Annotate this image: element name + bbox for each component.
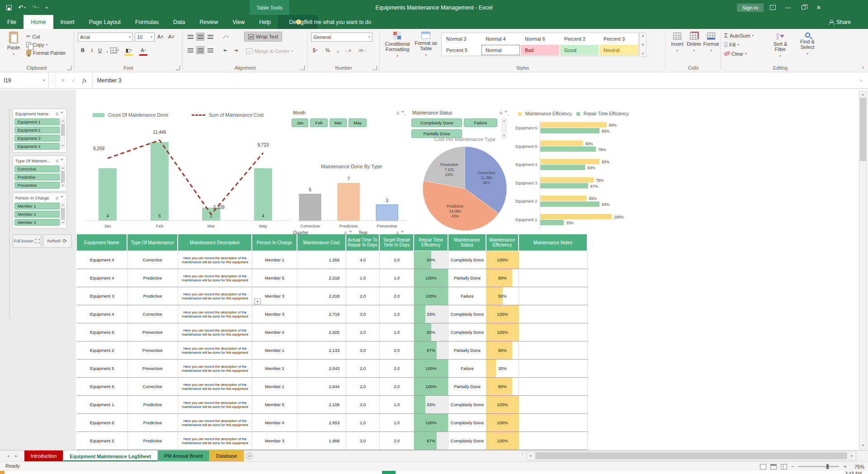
cell-notes[interactable] — [519, 378, 588, 396]
scrollbar-thumb[interactable] — [61, 171, 65, 183]
cell-target-time[interactable]: 2.0 — [380, 287, 414, 305]
cell-equipment[interactable]: Equipment 3 — [77, 287, 127, 305]
cell-style-good[interactable]: Good — [560, 45, 599, 55]
cut-button[interactable]: ✂Cut — [26, 33, 40, 40]
tab-data[interactable]: Data — [166, 15, 192, 29]
align-center-icon[interactable] — [196, 46, 204, 54]
efficiency-hbar-chart[interactable]: Equipment 693%83%Equipment 560%78%Equipm… — [512, 118, 647, 232]
cell-maintenance-efficiency[interactable]: 100% — [486, 251, 519, 269]
cell-person[interactable]: Member 4 — [252, 323, 297, 341]
cell-target-time[interactable]: 1.0 — [380, 305, 414, 323]
cell-notes[interactable] — [519, 287, 588, 305]
currency-icon[interactable]: $▾ — [311, 46, 319, 54]
cell-actual-time[interactable]: 3.0 — [346, 432, 380, 450]
cell-actual-time[interactable]: 3.0 — [346, 341, 380, 360]
cell-target-time[interactable]: 2.0 — [380, 360, 414, 378]
cell-actual-time[interactable]: 1.0 — [346, 414, 380, 432]
cell-target-time[interactable]: 1.0 — [380, 414, 414, 432]
cell-cost[interactable]: 2,644 — [297, 378, 346, 396]
scroll-up-icon[interactable]: ▲ — [862, 91, 865, 98]
cell-maintenance-efficiency[interactable]: 80% — [486, 269, 519, 287]
full-screen-button[interactable]: Full Screen — [13, 234, 41, 248]
align-left-icon[interactable] — [186, 46, 194, 54]
filter-completely-done[interactable]: Completely Done — [411, 118, 462, 127]
conditional-formatting-button[interactable]: Conditional Formatting▾ — [383, 32, 411, 59]
cell-cost[interactable]: 2,925 — [297, 323, 346, 341]
cell-status[interactable]: Completely Done — [448, 414, 486, 432]
cell-style-normal[interactable]: Normal — [481, 45, 520, 55]
prev-sheet-icon[interactable]: ◄ — [6, 454, 10, 458]
tell-me-box[interactable]: Tell me what you want to do — [296, 15, 371, 29]
name-box[interactable]: I19▾ — [0, 72, 49, 88]
column-header-maintenance-status[interactable]: Maintenance Status — [448, 234, 486, 251]
sheet-tab-equipment-maintenance-logsheet[interactable]: Equipment Maintenance LogSheet — [63, 450, 158, 461]
cell-actual-time[interactable]: 2.0 — [346, 360, 380, 378]
cell-style-percent-5[interactable]: Percent 5 — [442, 45, 481, 55]
tab-home[interactable]: Home — [24, 15, 53, 29]
zoom-out-icon[interactable]: − — [791, 463, 795, 470]
share-button[interactable]: Share — [829, 15, 851, 29]
cell-notes[interactable] — [519, 432, 588, 450]
slicer-item-predictive[interactable]: Predictive — [14, 174, 60, 180]
sort-filter-button[interactable]: AZ Sort & Filter▾ — [768, 33, 793, 59]
dropdown-icon[interactable]: ▼ — [254, 299, 261, 304]
cell-status[interactable]: Partially Done — [448, 378, 486, 396]
cell-notes[interactable] — [519, 396, 588, 414]
cell-repair-efficiency[interactable]: 67% — [414, 432, 448, 450]
cell-notes[interactable] — [519, 414, 588, 432]
cell-person[interactable]: Member 2 — [252, 360, 297, 378]
cell-cost[interactable]: 2,719 — [297, 305, 346, 323]
slicer-scrollbar[interactable]: ▲▼ — [61, 166, 65, 187]
column-header-actual-time-to-repair-in-days[interactable]: Actual Time To Repair In Days — [346, 234, 380, 251]
cell-type[interactable]: Predictive — [127, 396, 178, 414]
enter-icon[interactable]: ✓ — [71, 77, 76, 84]
zoom-level[interactable]: 75% — [851, 464, 864, 469]
cell-maintenance-efficiency[interactable]: 30% — [486, 360, 519, 378]
cell-notes[interactable] — [519, 251, 588, 269]
cell-notes[interactable] — [519, 360, 588, 378]
cell-status[interactable]: Completely Done — [448, 323, 486, 341]
slicer-item-equipment-4[interactable]: Equipment 4 — [14, 143, 60, 150]
name-box-resizer[interactable]: ⋮ — [49, 72, 55, 88]
cell-notes[interactable] — [519, 305, 588, 323]
cell-target-time[interactable]: 2.0 — [380, 432, 414, 450]
merge-center-button[interactable]: ⇔Merge & Center▾ — [244, 46, 295, 56]
format-painter-button[interactable]: Format Painter — [26, 49, 66, 57]
slicer-item-equipment-3[interactable]: Equipment 3 — [14, 135, 60, 142]
clear-button[interactable]: Clear▾ — [724, 50, 747, 57]
cell-repair-efficiency[interactable]: 33% — [414, 305, 448, 323]
cell-actual-time[interactable]: 1.0 — [346, 269, 380, 287]
paste-button[interactable]: Paste▾ — [5, 32, 23, 57]
cell-target-time[interactable]: 1.0 — [380, 323, 414, 341]
filter-feb[interactable]: Feb — [310, 118, 327, 127]
clear-filter-icon[interactable] — [60, 112, 64, 116]
horizontal-scrollbar[interactable]: ◄ ► — [526, 451, 856, 460]
normal-view-icon[interactable] — [760, 464, 766, 469]
cell-person[interactable]: Member 4 — [252, 414, 297, 432]
scrollbar-thumb[interactable] — [61, 208, 65, 220]
cell-equipment[interactable]: Equipment 6 — [77, 323, 127, 341]
cell-type[interactable]: Predictive — [127, 287, 178, 305]
cell-status[interactable]: Failure — [448, 360, 486, 378]
cell-type[interactable]: Predictive — [127, 269, 178, 287]
tab-review[interactable]: Review — [192, 15, 225, 29]
cell-type[interactable]: Preventive — [127, 341, 178, 360]
expand-formula-bar-icon[interactable]: ˅ — [854, 72, 868, 88]
cell-notes[interactable] — [519, 323, 588, 341]
tab-help[interactable]: Help — [252, 15, 278, 29]
cell-equipment[interactable]: Equipment 1 — [77, 396, 127, 414]
slicer-item-equipment-1[interactable]: Equipment 1 — [14, 118, 60, 125]
cell-status[interactable]: Partially Done — [448, 269, 486, 287]
cell-style-percent-3[interactable]: Percent 3 — [599, 33, 638, 44]
slicer-scrollbar[interactable]: ▲▼ — [61, 118, 65, 148]
format-cells-button[interactable]: Format▾ — [703, 33, 720, 53]
insert-cells-button[interactable]: Insert▾ — [669, 33, 685, 53]
maintenance-combo-chart[interactable]: 4614JanFebMarMay9,26911,4452,1099,723 — [78, 120, 295, 232]
cell-repair-efficiency[interactable]: 50% — [414, 251, 448, 269]
cell-person[interactable]: Member 1 — [252, 251, 297, 269]
column-header-maintenance-efficiency[interactable]: Maintenance Efficiency — [486, 234, 519, 251]
cell-actual-time[interactable]: 4.0 — [346, 251, 380, 269]
redo-icon[interactable]: ↷▾ — [32, 4, 39, 11]
collapse-ribbon-icon[interactable]: ˄ — [862, 66, 864, 70]
slicer-scrollbar[interactable]: ▲▼ — [61, 203, 65, 224]
